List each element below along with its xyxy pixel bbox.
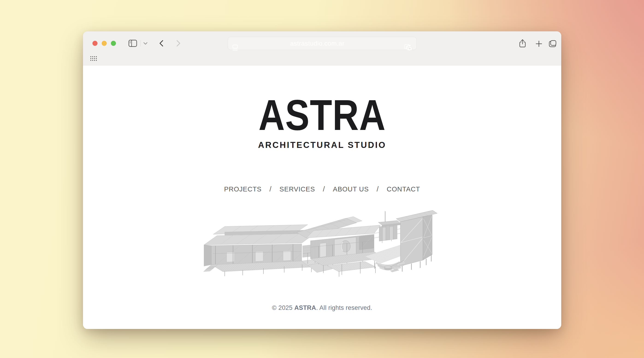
footer-prefix: © 2025 [272, 304, 294, 311]
page-subtitle: ARCHITECTURAL STUDIO [246, 140, 398, 150]
nav-separator: / [323, 185, 325, 193]
sidebar-toggle-button[interactable] [128, 39, 137, 47]
sidebar-icon [128, 39, 137, 47]
reload-icon[interactable] [405, 43, 413, 52]
browser-toolbar: astrastudio.com.ar A 文 [83, 31, 561, 55]
page-content: ASTRA ARCHITECTURAL STUDIO PROJECTS / SE… [83, 66, 561, 329]
close-window-button[interactable] [92, 41, 98, 46]
footer-suffix: . All rights reserved. [316, 304, 372, 311]
browser-chrome: astrastudio.com.ar A 文 [83, 31, 561, 66]
chevron-down-icon [143, 42, 148, 45]
share-icon [518, 39, 526, 48]
app-grid-icon[interactable] [90, 56, 97, 61]
new-tab-button[interactable] [534, 39, 543, 48]
illustration-glass-kiosk [378, 220, 401, 241]
footer-brand: ASTRA [294, 304, 316, 311]
address-bar[interactable]: astrastudio.com.ar A 文 [228, 37, 417, 50]
nav-separator: / [377, 185, 379, 193]
hero-illustration [204, 209, 441, 282]
forward-button[interactable] [174, 39, 182, 48]
brand-block: ASTRA ARCHITECTURAL STUDIO [246, 93, 398, 150]
plus-icon [535, 40, 542, 47]
address-bar-url[interactable]: astrastudio.com.ar [240, 40, 395, 47]
zoom-window-button[interactable] [111, 41, 116, 46]
main-nav: PROJECTS / SERVICES / ABOUT US / CONTACT [224, 185, 420, 193]
back-button[interactable] [157, 39, 166, 48]
toolbar-substrip [83, 55, 561, 66]
browser-window: astrastudio.com.ar A 文 [83, 31, 561, 329]
share-button[interactable] [518, 39, 527, 48]
tab-overview-icon [548, 40, 557, 48]
chevron-right-icon [176, 39, 182, 47]
nav-link-about-us[interactable]: ABOUT US [333, 185, 369, 193]
tab-overview-button[interactable] [548, 39, 558, 48]
toolbar-divider [140, 40, 140, 46]
chevron-left-icon [158, 39, 164, 47]
minimize-window-button[interactable] [102, 41, 107, 46]
nav-link-services[interactable]: SERVICES [280, 185, 315, 193]
nav-link-projects[interactable]: PROJECTS [224, 185, 262, 193]
page-title: ASTRA [258, 93, 386, 137]
nav-link-contact[interactable]: CONTACT [387, 185, 420, 193]
footer-copyright: © 2025 ASTRA. All rights reserved. [272, 304, 372, 312]
nav-separator: / [270, 185, 272, 193]
sidebar-menu-chevron-button[interactable] [142, 41, 148, 46]
desktop-background: astrastudio.com.ar A 文 [0, 0, 644, 358]
